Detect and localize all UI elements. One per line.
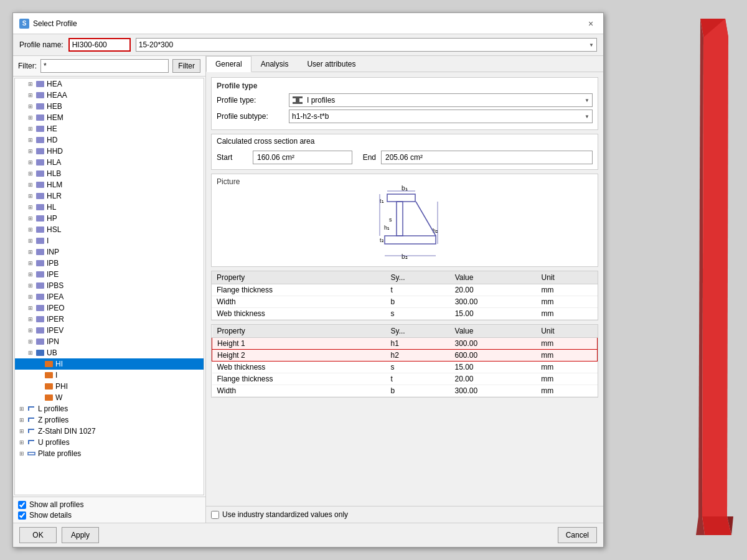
profile-subtype-value: h1-h2-s-t*b [292,112,329,121]
tree-item-hlr[interactable]: ⊞ HLR [15,190,204,202]
title-bar: S Select Profile × [13,13,603,34]
profile-tree[interactable]: ⊞ HEA ⊞ HEAA ⊞ HEB ⊞ HEM [14,78,204,495]
tree-item-inp[interactable]: ⊞ INP [15,246,204,258]
table-row: Width b 300.00 mm [212,296,598,308]
tree-item-heaa[interactable]: ⊞ HEAA [15,90,204,101]
expand-icon: ⊞ [26,137,35,143]
show-all-checkbox[interactable] [18,501,26,509]
ibeam-icon [35,237,45,245]
tree-item-he[interactable]: ⊞ HE [15,123,204,134]
prop-value: 15.00 [450,308,537,320]
prop-unit: mm [536,373,597,385]
svg-rect-8 [296,98,299,102]
tree-label: INP [47,248,59,256]
svg-line-20 [416,202,436,236]
tree-item-ipeo[interactable]: ⊞ IPEO [15,302,204,314]
svg-marker-4 [702,516,731,535]
tree-item-ub[interactable]: ⊞ UB [15,347,204,358]
tree-item-u-profiles[interactable]: ⊞ U profiles [15,437,204,448]
prop-unit: mm [537,296,598,308]
profile-name-dropdown[interactable]: 15-20*300 ▼ [136,38,597,52]
prop-sym: s [386,362,450,373]
tree-item-iper[interactable]: ⊞ IPER [15,314,204,325]
svg-text:t₂: t₂ [380,237,384,243]
filter-input[interactable] [40,59,169,73]
tree-item-hla[interactable]: ⊞ HLA [15,157,204,168]
ibeam-icon [35,91,45,99]
tree-label: U profiles [38,438,70,447]
apply-button[interactable]: Apply [62,527,99,543]
tree-label: HLB [47,169,61,178]
expand-icon: ⊞ [26,226,35,233]
tree-item-w[interactable]: W [15,392,204,403]
tree-item-ipea[interactable]: ⊞ IPEA [15,291,204,302]
tree-item-heb[interactable]: ⊞ HEB [15,101,204,112]
prop-sym: t [386,373,450,385]
orange-icon [44,360,54,368]
plate-icon [26,450,36,457]
chevron-down-icon: ▼ [585,114,590,119]
expand-icon: ⊞ [17,450,26,457]
tree-label: HP [47,214,57,223]
ibeam-icon [35,293,45,301]
tab-user-attributes[interactable]: User attributes [298,56,365,72]
prop-name: Web thickness [212,308,386,320]
tree-item-hsl[interactable]: ⊞ HSL [15,224,204,235]
tree-item-hlb[interactable]: ⊞ HLB [15,168,204,179]
tree-label: IPN [47,337,59,346]
tree-item-hd[interactable]: ⊞ HD [15,134,204,146]
tree-item-hlm[interactable]: ⊞ HLM [15,179,204,190]
prop-value: 20.00 [450,373,537,385]
blue-icon [35,349,45,357]
profile-type-row: Profile type: I profiles ▼ [217,93,593,107]
tree-item-i[interactable]: ⊞ I [15,235,204,246]
cs-end-label: End [357,153,376,162]
tree-item-ipe[interactable]: ⊞ IPE [15,269,204,280]
tree-item-hhd[interactable]: ⊞ HHD [15,146,204,157]
cancel-button[interactable]: Cancel [558,527,597,543]
tree-item-z-profiles[interactable]: ⊞ Z profiles [15,414,204,426]
tree-item-hi[interactable]: HI [15,358,204,370]
ibeam-icon [35,192,45,200]
tab-general[interactable]: General [206,56,251,72]
tree-item-l-profiles[interactable]: ⊞ L profiles [15,403,204,414]
tree-item-i2[interactable]: I [15,370,204,381]
expand-icon: ⊞ [17,428,26,434]
filter-button[interactable]: Filter [172,59,200,73]
expand-icon: ⊞ [17,406,26,412]
tree-item-z-stahl[interactable]: ⊞ Z-Stahl DIN 1027 [15,426,204,437]
profile-type-select[interactable]: I profiles ▼ [289,93,593,107]
chevron-down-icon: ▼ [585,98,590,103]
bottom-bar: Use industry standardized values only [206,506,603,523]
tree-item-hl[interactable]: ⊞ HL [15,202,204,213]
industry-standard-checkbox[interactable] [211,511,219,519]
profile-subtype-select[interactable]: h1-h2-s-t*b ▼ [289,110,593,123]
profile-subtype-label: Profile subtype: [217,112,285,121]
tree-item-ipb[interactable]: ⊞ IPB [15,258,204,269]
tree-label: HLM [47,180,62,189]
ibeam-icon [35,327,45,334]
tree-item-hp[interactable]: ⊞ HP [15,213,204,224]
ok-button[interactable]: OK [19,527,57,543]
tree-item-ipev[interactable]: ⊞ IPEV [15,325,204,336]
tree-item-ipn[interactable]: ⊞ IPN [15,336,204,347]
svg-rect-18 [397,202,403,236]
tree-item-hea[interactable]: ⊞ HEA [15,78,204,90]
tree-item-phi[interactable]: PHI [15,381,204,392]
cross-section-picture: b₁ t₁ s h₁ t₂ b₂ h₂ [342,183,467,264]
close-button[interactable]: × [585,17,597,30]
zstahl-icon [26,427,36,435]
tree-label: HLR [47,192,62,200]
col-unit: Unit [537,271,598,284]
profile-name-input[interactable] [68,38,131,52]
show-details-checkbox[interactable] [18,511,26,520]
tree-item-ipbs[interactable]: ⊞ IPBS [15,280,204,291]
tree-label: IPB [47,259,59,268]
tree-label: HEAA [47,91,67,100]
ibeam-icon [35,114,45,121]
ibeam-icon [35,259,45,267]
tree-item-plate-profiles[interactable]: ⊞ Plate profiles [15,448,204,459]
tab-analysis[interactable]: Analysis [251,56,298,72]
ibeam-icon [35,159,45,166]
tree-item-hem[interactable]: ⊞ HEM [15,112,204,123]
